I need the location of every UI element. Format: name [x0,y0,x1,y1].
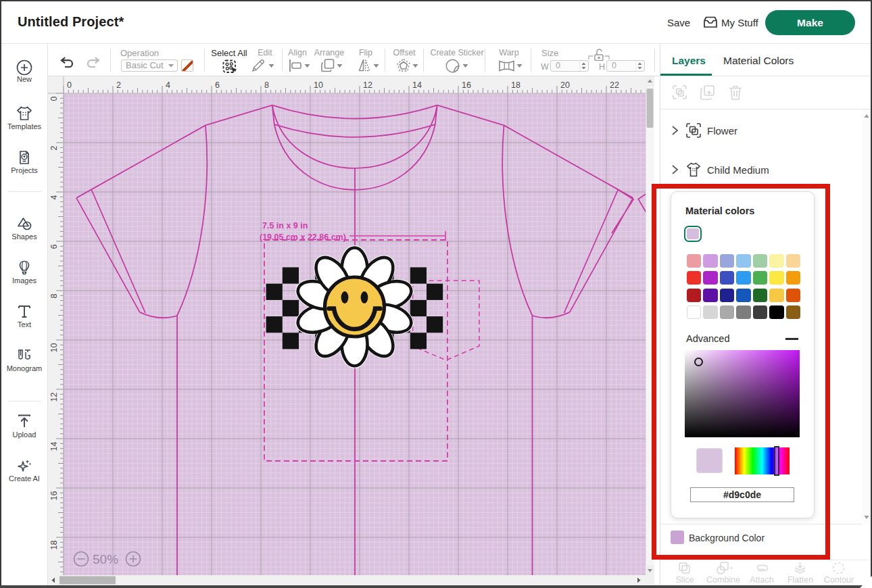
svg-text:0: 0 [67,80,72,90]
svg-text:20: 20 [560,80,570,90]
svg-text:14: 14 [49,442,59,451]
svg-text:8: 8 [49,294,59,299]
svg-text:16: 16 [462,80,471,90]
svg-text:12: 12 [49,393,59,402]
svg-text:14: 14 [412,80,422,90]
svg-text:4: 4 [166,80,170,90]
svg-text:4: 4 [49,195,59,200]
svg-text:18: 18 [49,541,59,550]
svg-text:16: 16 [49,491,59,501]
svg-text:12: 12 [363,80,372,90]
svg-text:(19.05 cm x 22.86 cm): (19.05 cm x 22.86 cm) [260,232,346,242]
svg-text:8: 8 [264,80,269,90]
svg-text:2: 2 [116,80,121,90]
svg-text:6: 6 [49,245,59,249]
svg-text:7.5 in x 9 in: 7.5 in x 9 in [262,221,308,230]
svg-text:2: 2 [49,146,59,151]
svg-text:10: 10 [49,343,59,353]
svg-text:50%: 50% [93,552,118,566]
svg-text:6: 6 [215,80,220,90]
svg-text:22: 22 [610,80,619,90]
svg-text:18: 18 [511,80,520,90]
svg-text:10: 10 [314,80,323,90]
svg-text:0: 0 [49,97,59,101]
